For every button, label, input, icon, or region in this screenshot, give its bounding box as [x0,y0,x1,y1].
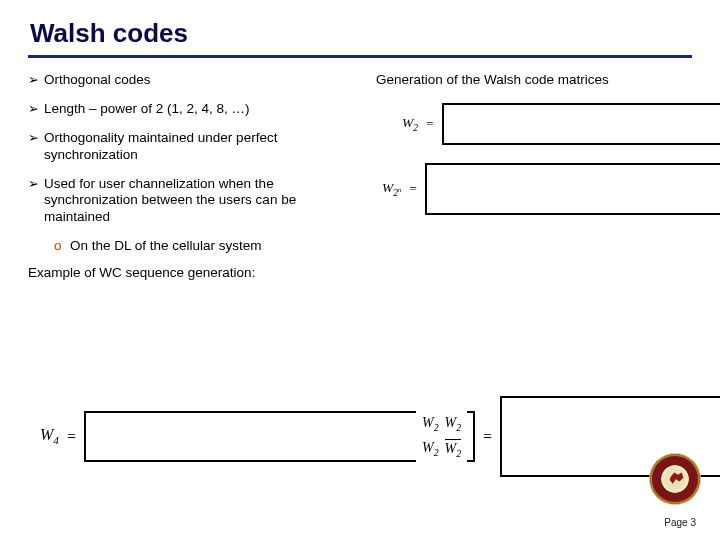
content-columns: ➢ Orthogonal codes ➢ Length – power of 2… [28,72,692,282]
sym-w: W [402,115,413,130]
bullet-text: Orthogonality maintained under perfect s… [44,130,358,164]
matrix-w2n-block: W2n−1 W2n−1 W2n−1 W2n−1 [425,163,720,215]
subbullet-marker-icon: o [54,238,70,255]
sym-sub-4: 4 [53,435,59,447]
equation-w2n: W2n = W2n−1 W2n−1 W2n−1 W2n−1 [382,163,720,215]
bullet-text: Length – power of 2 (1, 2, 4, 8, …) [44,101,358,118]
left-column: ➢ Orthogonal codes ➢ Length – power of 2… [28,72,358,282]
right-column: Generation of the Walsh code matrices W2… [376,72,720,282]
cell: W2 [422,415,439,433]
sym-eq: = [65,428,78,446]
example-label: Example of WC sequence generation: [28,265,358,282]
bullet-length: ➢ Length – power of 2 (1, 2, 4, 8, …) [28,101,358,118]
cell: W2 [422,440,439,458]
cell-bar: W2 [445,439,462,459]
sym-w: W [40,426,53,443]
bottom-equations: W4 = W2 W2 W2 W2 = 0000010100110110 W8 [40,358,700,515]
matrix-w2: 0 0 0 1 [442,103,720,145]
page-title: Walsh codes [30,18,692,49]
sym-eq: = [424,116,436,132]
sym-sub-2n: 2n [393,188,401,198]
bullet-marker-icon: ➢ [28,101,44,118]
equation-w4: W4 = W2 W2 W2 W2 = 0000010100110110 [40,396,720,477]
institution-seal-icon [650,454,700,504]
cell: W2 [445,415,462,433]
slide: Walsh codes ➢ Orthogonal codes ➢ Length … [0,0,720,540]
subbullet-text: On the DL of the cellular system [70,238,262,255]
bullet-marker-icon: ➢ [28,130,44,164]
right-heading: Generation of the Walsh code matrices [376,72,720,87]
equation-w2: W2 = 0 0 0 1 [402,103,720,145]
bullet-channelization: ➢ Used for user channelization when the … [28,176,358,227]
bullet-text: Orthogonal codes [44,72,358,89]
title-rule [28,55,692,58]
bullet-ortho-sync: ➢ Orthogonality maintained under perfect… [28,130,358,164]
sym-eq: = [481,428,494,446]
subbullet-dl: o On the DL of the cellular system [54,238,358,255]
matrix-w4-block: W2 W2 W2 W2 [84,411,475,463]
bullet-text: Used for user channelization when the sy… [44,176,358,227]
bullet-marker-icon: ➢ [28,176,44,227]
bullet-orthogonal: ➢ Orthogonal codes [28,72,358,89]
sym-sub-2: 2 [413,123,418,133]
globe-icon [664,468,686,490]
page-number: Page 3 [664,517,696,528]
sym-w: W [382,180,393,195]
sym-eq: = [407,181,419,197]
bullet-marker-icon: ➢ [28,72,44,89]
